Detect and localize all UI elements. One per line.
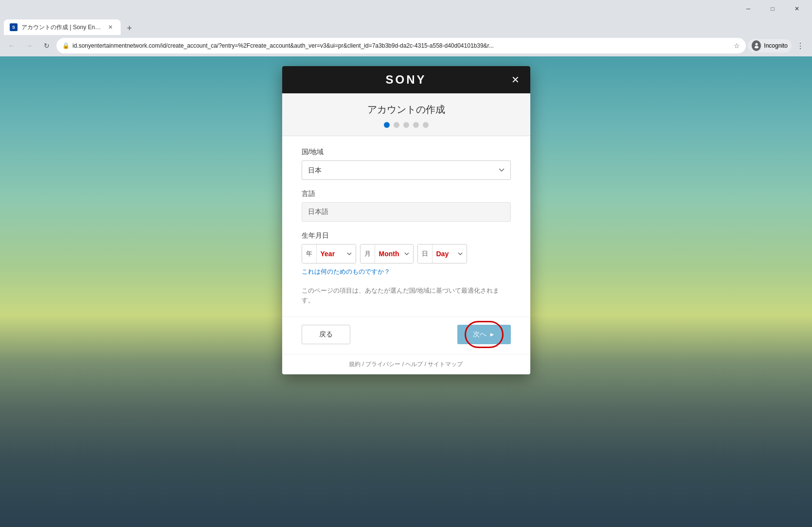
account-creation-modal: SONY ✕ アカウントの作成 国/地域 日本	[282, 66, 530, 374]
day-select[interactable]: Day	[433, 245, 467, 263]
tab-favicon: S	[10, 23, 18, 31]
reload-button[interactable]: ↻	[39, 38, 54, 53]
dob-label: 生年月日	[302, 231, 511, 240]
active-tab[interactable]: S アカウントの作成 | Sony Entertainm... ✕	[4, 19, 121, 35]
tab-close-button[interactable]: ✕	[106, 23, 115, 32]
browser-chrome: ─ □ ✕ S アカウントの作成 | Sony Entertainm... ✕ …	[0, 0, 812, 56]
month-select[interactable]: Month	[375, 245, 413, 263]
year-field: 年 Year	[302, 244, 356, 264]
modal-close-button[interactable]: ✕	[509, 73, 523, 87]
step-dot-5	[423, 122, 429, 128]
maximize-button[interactable]: □	[761, 1, 784, 17]
dob-row: 年 Year 月 Month 日	[302, 244, 511, 264]
dob-help-link[interactable]: これは何のためのものですか？	[302, 267, 511, 276]
year-prefix: 年	[302, 245, 317, 263]
bookmark-star-icon[interactable]: ☆	[734, 42, 740, 50]
step-dot-4	[413, 122, 419, 128]
tab-bar: S アカウントの作成 | Sony Entertainm... ✕ +	[0, 18, 812, 35]
title-bar: ─ □ ✕	[0, 0, 812, 18]
sony-logo: SONY	[385, 73, 426, 87]
toolbar-right: Incognito ⋮	[748, 38, 808, 53]
month-prefix: 月	[361, 245, 375, 263]
modal-body: 国/地域 日本 言語 日本語 生年月日 年	[282, 136, 530, 316]
language-field-group: 言語 日本語	[302, 190, 511, 222]
day-field: 日 Day	[417, 244, 467, 264]
dob-field-group: 生年月日 年 Year 月 Month	[302, 231, 511, 276]
modal-footer-actions: 戻る 次へ ►	[282, 316, 530, 354]
incognito-avatar	[752, 40, 761, 51]
tab-title: アカウントの作成 | Sony Entertainm...	[21, 23, 102, 32]
back-button[interactable]: ←	[4, 38, 19, 53]
footer-links: 規約 / プライバシー / ヘルプ / サイトマップ	[349, 361, 463, 368]
address-bar-row: ← → ↻ 🔒 id.sonyentertainmentnetwork.com/…	[0, 35, 812, 56]
svg-point-1	[755, 46, 758, 49]
month-field: 月 Month	[360, 244, 414, 264]
next-button[interactable]: 次へ ►	[457, 325, 511, 344]
year-select[interactable]: Year	[317, 245, 356, 263]
forward-button[interactable]: →	[21, 38, 37, 53]
language-input: 日本語	[302, 202, 511, 222]
day-prefix: 日	[418, 245, 433, 263]
minimize-button[interactable]: ─	[737, 1, 759, 17]
address-text: id.sonyentertainmentnetwork.com/id/creat…	[72, 42, 731, 49]
menu-button[interactable]: ⋮	[793, 38, 808, 53]
new-tab-button[interactable]: +	[123, 21, 136, 35]
step-dot-2	[394, 122, 399, 128]
window-controls: ─ □ ✕	[737, 1, 808, 17]
country-field-group: 国/地域 日本	[302, 148, 511, 180]
info-text: このページの項目は、あなたが選んだ国/地域に基づいて最適化されます。	[302, 286, 511, 305]
modal-subheader: アカウントの作成	[282, 93, 530, 136]
modal-title: アカウントの作成	[282, 103, 530, 116]
lock-icon: 🔒	[62, 42, 70, 49]
next-arrow-icon: ►	[489, 331, 495, 338]
address-bar[interactable]: 🔒 id.sonyentertainmentnetwork.com/id/cre…	[56, 38, 746, 53]
modal-page-footer: 規約 / プライバシー / ヘルプ / サイトマップ	[282, 354, 530, 374]
modal-overlay: SONY ✕ アカウントの作成 国/地域 日本	[0, 56, 812, 527]
modal-header: SONY ✕	[282, 66, 530, 93]
step-indicator	[282, 122, 530, 128]
next-button-wrapper: 次へ ►	[457, 325, 511, 344]
back-button[interactable]: 戻る	[302, 325, 350, 344]
country-label: 国/地域	[302, 148, 511, 157]
country-select[interactable]: 日本	[302, 160, 511, 180]
incognito-button[interactable]: Incognito	[748, 39, 792, 53]
svg-point-0	[755, 43, 758, 46]
step-dot-3	[403, 122, 409, 128]
language-label: 言語	[302, 190, 511, 198]
step-dot-1	[384, 122, 390, 128]
close-button[interactable]: ✕	[786, 1, 808, 17]
